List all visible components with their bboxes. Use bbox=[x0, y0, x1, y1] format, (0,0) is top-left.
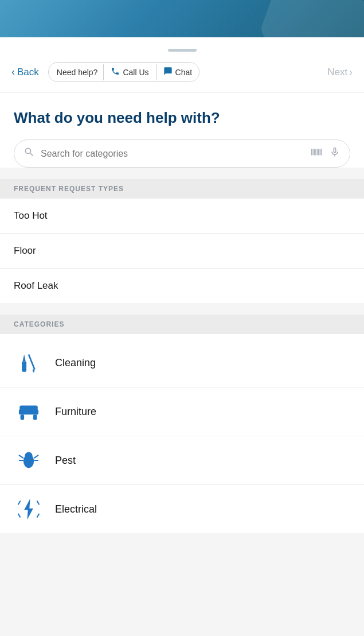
frequent-item-label: Roof Leak bbox=[14, 280, 58, 292]
furniture-label: Furniture bbox=[55, 406, 96, 418]
pest-label: Pest bbox=[55, 455, 76, 467]
categories-section-header: CATEGORIES bbox=[0, 315, 364, 334]
help-group: Need help? Call Us Chat bbox=[48, 62, 199, 82]
category-item-pest[interactable]: Pest bbox=[0, 436, 364, 485]
search-icon bbox=[24, 146, 35, 161]
svg-point-8 bbox=[25, 453, 28, 456]
frequent-item-floor[interactable]: Floor bbox=[0, 234, 364, 269]
search-bar[interactable] bbox=[14, 139, 350, 168]
chat-icon bbox=[163, 67, 173, 77]
svg-line-1 bbox=[29, 355, 35, 370]
svg-line-15 bbox=[18, 501, 21, 505]
svg-point-7 bbox=[25, 452, 32, 460]
svg-line-16 bbox=[37, 501, 39, 505]
svg-rect-2 bbox=[19, 409, 38, 414]
categories-list: Cleaning Furniture bbox=[0, 334, 364, 533]
microphone-icon[interactable] bbox=[329, 146, 340, 161]
furniture-icon bbox=[14, 397, 44, 426]
next-button[interactable]: Next › bbox=[327, 67, 353, 78]
chat-button[interactable]: Chat bbox=[156, 63, 199, 82]
svg-rect-0 bbox=[22, 362, 26, 372]
cleaning-label: Cleaning bbox=[55, 357, 96, 369]
main-content: What do you need help with? bbox=[0, 93, 364, 168]
back-button[interactable]: ‹ Back bbox=[11, 66, 39, 78]
back-label: Back bbox=[17, 67, 39, 78]
svg-rect-4 bbox=[33, 414, 37, 420]
next-label: Next bbox=[327, 67, 347, 78]
top-banner bbox=[0, 0, 364, 37]
svg-point-9 bbox=[30, 453, 32, 456]
electrical-icon bbox=[14, 494, 44, 524]
search-input[interactable] bbox=[41, 149, 305, 159]
svg-marker-14 bbox=[24, 499, 33, 520]
frequent-list: Too Hot Floor Roof Leak bbox=[0, 199, 364, 303]
svg-line-18 bbox=[37, 514, 39, 518]
svg-line-12 bbox=[34, 455, 38, 458]
call-us-button[interactable]: Call Us bbox=[104, 63, 155, 82]
svg-line-10 bbox=[19, 455, 24, 458]
category-item-furniture[interactable]: Furniture bbox=[0, 387, 364, 436]
frequent-item-roof-leak[interactable]: Roof Leak bbox=[0, 269, 364, 303]
frequent-item-too-hot[interactable]: Too Hot bbox=[0, 199, 364, 234]
svg-rect-5 bbox=[19, 406, 38, 410]
nav-bar: ‹ Back Need help? Call Us Chat Next › bbox=[0, 52, 364, 93]
page-title: What do you need help with? bbox=[14, 109, 350, 127]
next-chevron-icon: › bbox=[349, 67, 353, 78]
barcode-icon bbox=[311, 146, 323, 161]
cleaning-icon bbox=[14, 348, 44, 378]
phone-icon bbox=[111, 67, 120, 77]
frequent-item-label: Floor bbox=[14, 245, 36, 257]
frequent-item-label: Too Hot bbox=[14, 210, 48, 222]
call-label: Call Us bbox=[123, 68, 148, 77]
back-chevron-icon: ‹ bbox=[11, 66, 15, 78]
svg-line-17 bbox=[18, 514, 21, 518]
svg-rect-3 bbox=[21, 414, 25, 420]
electrical-label: Electrical bbox=[55, 503, 97, 515]
pest-icon bbox=[14, 445, 44, 475]
phone-container: ‹ Back Need help? Call Us Chat Next › bbox=[0, 0, 364, 636]
category-item-cleaning[interactable]: Cleaning bbox=[0, 339, 364, 387]
category-item-electrical[interactable]: Electrical bbox=[0, 485, 364, 533]
frequent-section-header: FREQUENT REQUEST TYPES bbox=[0, 179, 364, 199]
chat-label: Chat bbox=[175, 68, 193, 77]
help-label: Need help? bbox=[49, 64, 104, 81]
